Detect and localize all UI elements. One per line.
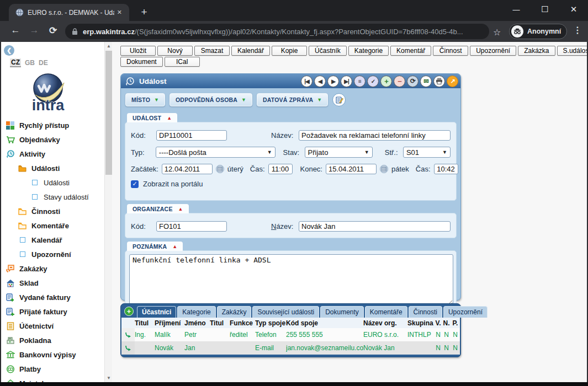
- portal-checkbox[interactable]: ✓: [131, 180, 139, 188]
- calendar-picker-icon[interactable]: [216, 165, 224, 173]
- order-button[interactable]: Zakázka: [518, 46, 555, 56]
- sidebar-item-udalosti-folder[interactable]: Události: [1, 161, 104, 175]
- odpovedna-osoba-menu[interactable]: ODPOVĚDNÁ OSOBA ▼: [169, 93, 252, 106]
- kod-input[interactable]: [156, 130, 227, 141]
- zacatek-input[interactable]: [162, 164, 213, 174]
- category-button[interactable]: Kategorie: [348, 46, 389, 56]
- sidebar-item-prijate-faktury[interactable]: Přijaté faktury: [1, 304, 104, 319]
- sidebar-collapse-button[interactable]: ❮: [4, 45, 14, 56]
- sidebar-item-cinnosti[interactable]: Činnosti: [1, 204, 104, 218]
- notification-button[interactable]: Upozornění: [470, 46, 516, 56]
- next-record-button[interactable]: ▶: [327, 76, 339, 87]
- open-detail-arrow-icon[interactable]: [121, 341, 135, 355]
- table-row[interactable]: Ing. Malík Petr ředitel Telefon 255 555 …: [121, 328, 460, 341]
- delete-button[interactable]: Smazat: [194, 46, 230, 56]
- comment-button[interactable]: Komentář: [390, 46, 431, 56]
- tab-close-icon[interactable]: ✕: [114, 8, 125, 17]
- previous-record-button[interactable]: ◀: [314, 76, 326, 87]
- confirm-button[interactable]: ✓: [367, 76, 379, 87]
- typ-select[interactable]: ----Došlá pošta▼: [156, 147, 276, 158]
- lang-gb[interactable]: GB: [25, 59, 35, 67]
- note-textarea[interactable]: Nefunkční telefonní linka + ADSL: [129, 254, 453, 305]
- add-record-button[interactable]: +: [380, 76, 392, 87]
- nazev-input[interactable]: [299, 130, 451, 141]
- tab-kategorie[interactable]: Kategorie: [177, 306, 215, 318]
- tab-ucastnici[interactable]: Účastníci: [137, 306, 176, 318]
- remove-record-button[interactable]: −: [394, 76, 405, 87]
- copy-button[interactable]: Kopie: [272, 46, 307, 56]
- collapse-triangle-icon[interactable]: ▲: [172, 244, 177, 249]
- list-button[interactable]: ≡: [354, 76, 365, 87]
- event-section-header[interactable]: UDÁLOST ▲: [127, 113, 177, 122]
- back-icon[interactable]: ←: [9, 25, 22, 36]
- sidebar-item-rychly-pristup[interactable]: Rychlý přístup: [1, 118, 104, 132]
- misto-menu[interactable]: MÍSTO ▼: [125, 93, 165, 106]
- bookmark-star-icon[interactable]: ☆: [493, 27, 501, 37]
- sidebar-item-stavy-udalosti[interactable]: Stavy událostí: [1, 190, 104, 204]
- sidebar-item-zakazky[interactable]: Zakázky: [1, 261, 104, 276]
- ical-button[interactable]: ICal: [165, 57, 200, 67]
- sidebar-item-komentare[interactable]: Komentáře: [1, 218, 104, 233]
- save-button[interactable]: Uložit: [120, 46, 156, 56]
- tab-cinnosti[interactable]: Činnosti: [409, 306, 442, 318]
- note-section-header[interactable]: POZNÁMKA ▲: [127, 242, 183, 251]
- sidebar-scrollbar[interactable]: ▲ ▼: [104, 42, 112, 382]
- refresh-button[interactable]: ⟳: [407, 76, 419, 87]
- new-tab-button[interactable]: +: [137, 6, 151, 19]
- minimize-button[interactable]: —: [502, 0, 531, 19]
- organization-section-header[interactable]: ORGANIZACE ▲: [127, 204, 189, 213]
- str-select[interactable]: S01▼: [403, 147, 451, 158]
- chrome-menu-icon[interactable]: ⋮: [573, 25, 582, 35]
- cas2-input[interactable]: [434, 164, 458, 174]
- table-row[interactable]: Novák Jan E-mail jan.novak@seznameilu.co…: [121, 341, 460, 355]
- collapse-triangle-icon[interactable]: ▲: [178, 206, 183, 212]
- calendar-button[interactable]: Kalendář: [231, 46, 270, 56]
- participant-button[interactable]: Účastník: [309, 46, 347, 56]
- calendar-picker-icon[interactable]: [380, 165, 388, 173]
- org-kod-input[interactable]: [156, 221, 227, 232]
- sidebar-item-upozorneni[interactable]: Upozornění: [1, 247, 104, 261]
- sidebar-item-platby[interactable]: Platby: [1, 362, 104, 376]
- add-participant-button[interactable]: +: [124, 307, 134, 316]
- sidebar-item-vydane-faktury[interactable]: Vydané faktury: [1, 290, 104, 304]
- tab-komentare[interactable]: Komentáře: [365, 306, 407, 318]
- browser-tab[interactable]: EURO s.r.o. - DEMWAK - Událost ✕: [9, 4, 129, 21]
- maximize-button[interactable]: ☐: [531, 0, 559, 19]
- print-button[interactable]: [433, 76, 445, 87]
- sidebar-item-aktivity[interactable]: Aktivity: [1, 147, 104, 161]
- tab-upozorneni[interactable]: Upozornění: [443, 306, 488, 318]
- forward-icon[interactable]: →: [28, 25, 41, 36]
- sidebar-item-kalendar[interactable]: Kalendář: [1, 233, 104, 247]
- send-email-button[interactable]: ✉: [420, 76, 432, 87]
- reload-icon[interactable]: ⟳: [46, 25, 60, 36]
- tab-souvisejici-udalosti[interactable]: Související události: [252, 306, 319, 318]
- sidebar-item-objednavky[interactable]: Objednávky: [1, 132, 104, 147]
- activity-button[interactable]: Činnost: [433, 46, 468, 56]
- scrollbar-thumb[interactable]: [105, 51, 112, 175]
- sidebar-item-ucetnictvi[interactable]: Účetnictví: [1, 319, 104, 333]
- tab-zakazky[interactable]: Zakázky: [217, 306, 252, 318]
- cas1-input[interactable]: [268, 164, 293, 174]
- sidebar-item-sklad[interactable]: Sklad: [1, 276, 104, 290]
- sidebar-item-udalosti[interactable]: Události: [1, 175, 104, 190]
- tab-dokumenty[interactable]: Dokumenty: [320, 306, 364, 318]
- document-button[interactable]: Dokument: [120, 57, 163, 67]
- related-events-button[interactable]: S.události: [557, 46, 588, 56]
- scroll-up-icon[interactable]: ▲: [105, 44, 113, 49]
- sidebar-item-bankovni-vypisy[interactable]: Bankovní výpisy: [1, 347, 104, 362]
- address-bar[interactable]: erp.wakintra.cz/(S(jsfaxidm0wv5ljwlhxqvf…: [65, 24, 489, 39]
- sidebar-item-pokladna[interactable]: Pokladna: [1, 333, 104, 347]
- new-button[interactable]: Nový: [157, 46, 193, 56]
- sidebar-item-majetek[interactable]: Majetek: [1, 376, 104, 382]
- last-record-button[interactable]: ▶|: [341, 76, 352, 87]
- scroll-down-icon[interactable]: ▼: [105, 376, 113, 380]
- first-record-button[interactable]: |◀: [301, 76, 312, 87]
- export-button[interactable]: ↗: [447, 76, 458, 87]
- lang-cz[interactable]: CZ: [10, 58, 21, 67]
- lang-de[interactable]: DE: [39, 59, 48, 67]
- close-button[interactable]: ✕: [559, 0, 588, 19]
- collapse-triangle-icon[interactable]: ▲: [167, 115, 172, 121]
- konec-input[interactable]: [326, 164, 377, 174]
- open-detail-arrow-icon[interactable]: [121, 328, 135, 341]
- edit-note-button[interactable]: [332, 93, 346, 106]
